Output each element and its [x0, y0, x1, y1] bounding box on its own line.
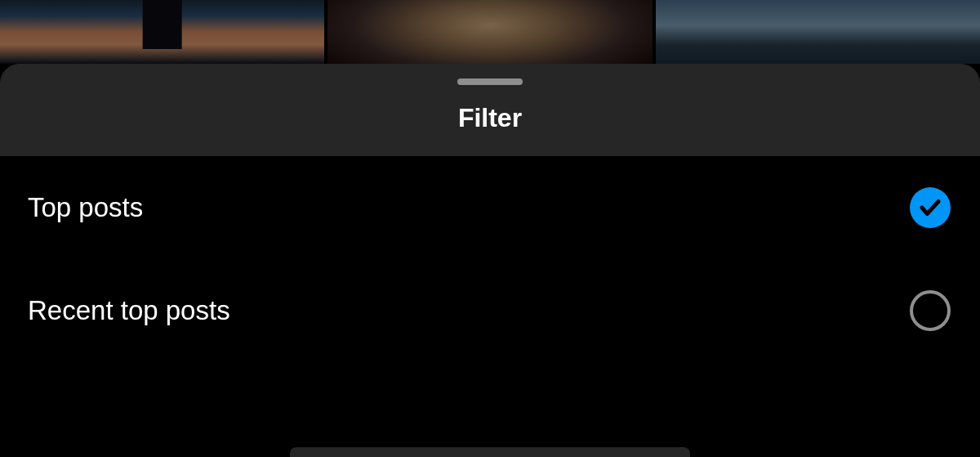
radio-unselected[interactable]: [910, 290, 951, 331]
drag-handle[interactable]: [457, 78, 523, 85]
background-image-grid: [0, 0, 980, 64]
filter-option-label: Recent top posts: [28, 295, 230, 326]
sheet-title: Filter: [458, 103, 522, 133]
post-thumbnail: [327, 0, 652, 64]
peek-button[interactable]: [290, 447, 690, 457]
filter-option-top-posts[interactable]: Top posts: [0, 156, 980, 259]
filter-options-list: Top posts Recent top posts: [0, 156, 980, 457]
post-thumbnail: [0, 0, 324, 64]
radio-selected[interactable]: [910, 187, 951, 228]
check-icon: [918, 195, 942, 220]
sheet-header: Filter: [0, 64, 980, 156]
filter-bottom-sheet: Filter Top posts Recent top posts: [0, 64, 980, 457]
filter-option-recent-top-posts[interactable]: Recent top posts: [0, 259, 980, 362]
filter-option-label: Top posts: [28, 192, 143, 223]
post-thumbnail: [656, 0, 980, 64]
